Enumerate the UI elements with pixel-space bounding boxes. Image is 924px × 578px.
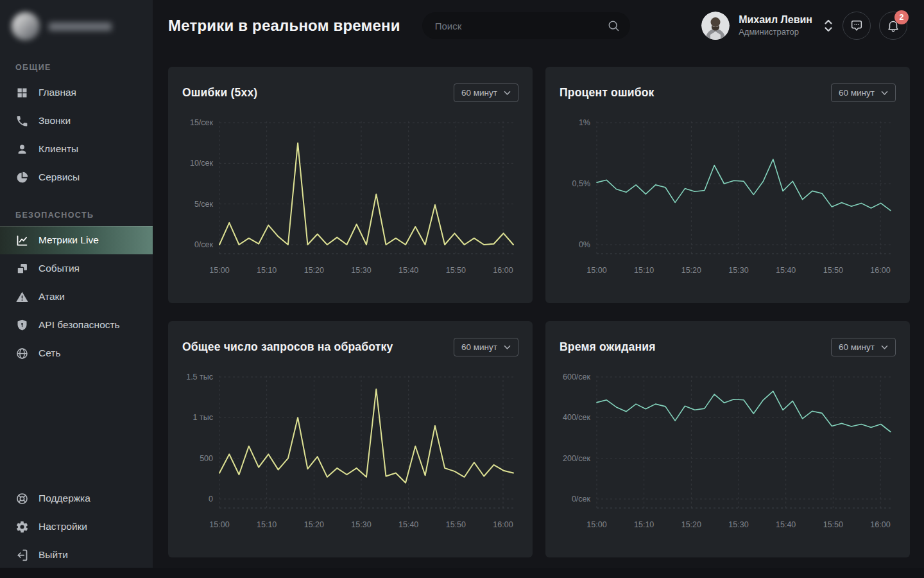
main-area: Метрики в реальном времени Михаил Левин … — [153, 0, 924, 578]
svg-text:200/сек: 200/сек — [563, 454, 591, 463]
sidebar-item-label: Атаки — [38, 291, 65, 302]
sidebar-item-home[interactable]: Главная — [0, 78, 153, 107]
phone-icon — [15, 114, 29, 128]
chevron-down-icon — [504, 91, 511, 96]
svg-text:10/сек: 10/сек — [190, 159, 214, 168]
svg-text:16:00: 16:00 — [870, 266, 890, 275]
svg-text:15:40: 15:40 — [398, 520, 418, 529]
svg-text:0/сек: 0/сек — [194, 240, 214, 249]
svg-text:500: 500 — [200, 454, 213, 463]
user-info: Михаил Левин Администратор — [739, 13, 812, 38]
chevron-up-down-icon — [823, 18, 834, 33]
sidebar-item-logout[interactable]: Выйти — [0, 541, 153, 569]
sidebar-item-services[interactable]: Сервисы — [0, 163, 153, 191]
line-chart-latency: 15:0015:1015:2015:3015:4015:5016:00600/с… — [560, 371, 896, 535]
time-range-label: 60 минут — [839, 88, 875, 98]
svg-text:1.5 тыс: 1.5 тыс — [186, 372, 213, 381]
sidebar-item-support[interactable]: Поддержка — [0, 484, 153, 512]
svg-text:15:50: 15:50 — [823, 266, 843, 275]
time-range-select[interactable]: 60 минут — [454, 338, 518, 356]
sidebar-item-settings[interactable]: Настройки — [0, 512, 153, 541]
sidebar-item-api-security[interactable]: API безопасность — [0, 311, 153, 339]
svg-text:15:20: 15:20 — [681, 266, 701, 275]
search-icon[interactable] — [607, 19, 620, 32]
bottom-strip — [0, 568, 924, 578]
svg-text:600/сек: 600/сек — [563, 372, 591, 381]
svg-text:0/сек: 0/сек — [572, 495, 591, 504]
svg-text:16:00: 16:00 — [493, 266, 513, 275]
sidebar-item-label: Метрики Live — [38, 234, 99, 246]
globe-icon — [15, 347, 29, 360]
user-role: Администратор — [739, 27, 812, 38]
warning-icon — [15, 290, 29, 304]
sidebar-item-label: Настройки — [38, 521, 87, 532]
time-range-select[interactable]: 60 минут — [454, 83, 518, 102]
sidebar-item-label: Звонки — [38, 115, 71, 127]
svg-text:15:20: 15:20 — [304, 520, 324, 529]
sidebar-item-label: Выйти — [38, 549, 68, 561]
svg-text:15:00: 15:00 — [586, 520, 606, 529]
card-header: Общее число запросов на обработку 60 мин… — [182, 338, 518, 356]
time-range-label: 60 минут — [461, 88, 497, 98]
time-range-label: 60 минут — [461, 342, 497, 352]
search-bar — [422, 12, 630, 39]
sidebar-item-label: Поддержка — [38, 493, 90, 504]
card-error-rate: Процент ошибок 60 минут 15:0015:1015:201… — [545, 67, 910, 303]
card-latency: Время ожидания 60 минут 15:0015:1015:201… — [545, 321, 910, 557]
line-chart-total-requests: 15:0015:1015:2015:3015:4015:5016:001.5 т… — [182, 371, 518, 535]
dashboard-icon — [15, 86, 29, 100]
svg-text:0,5%: 0,5% — [572, 179, 591, 188]
profile-menu[interactable]: Михаил Левин Администратор — [701, 12, 812, 40]
svg-text:5/сек: 5/сек — [194, 200, 214, 209]
sidebar-item-network[interactable]: Сеть — [0, 339, 153, 367]
shield-icon — [15, 319, 29, 332]
sidebar-item-label: API безопасность — [38, 319, 120, 331]
user-icon — [15, 143, 29, 156]
app-window: ОБЩИЕ Главная Звонки Клиенты Сервисы — [0, 0, 924, 578]
time-range-select[interactable]: 60 минут — [831, 83, 896, 102]
svg-text:15:10: 15:10 — [634, 266, 654, 275]
svg-text:15:30: 15:30 — [351, 266, 371, 275]
svg-text:0: 0 — [209, 495, 213, 504]
chart-title: Ошибки (5xx) — [182, 86, 257, 100]
header: Метрики в реальном времени Михаил Левин … — [153, 0, 924, 51]
svg-text:15:40: 15:40 — [776, 520, 796, 529]
svg-text:15:30: 15:30 — [728, 520, 748, 529]
svg-text:1%: 1% — [579, 118, 590, 127]
sidebar-item-calls[interactable]: Звонки — [0, 107, 153, 135]
chat-icon — [850, 19, 864, 33]
svg-text:15:20: 15:20 — [304, 266, 324, 275]
svg-text:1 тыс: 1 тыс — [193, 413, 213, 422]
sidebar-item-metrics-live[interactable]: Метрики Live — [0, 226, 153, 254]
svg-text:15:40: 15:40 — [776, 266, 796, 275]
svg-text:15/сек: 15/сек — [190, 118, 214, 127]
sidebar-section-general: ОБЩИЕ — [0, 63, 153, 72]
svg-text:16:00: 16:00 — [493, 520, 513, 529]
svg-text:15:30: 15:30 — [351, 520, 371, 529]
pie-chart-icon — [15, 171, 29, 184]
app-logo — [0, 0, 153, 44]
svg-text:15:50: 15:50 — [823, 520, 843, 529]
svg-text:15:10: 15:10 — [634, 520, 654, 529]
user-name: Михаил Левин — [739, 13, 812, 27]
svg-text:15:30: 15:30 — [728, 266, 748, 275]
logout-icon — [15, 548, 29, 562]
lifebuoy-icon — [15, 492, 29, 505]
time-range-select[interactable]: 60 минут — [831, 338, 896, 356]
page-title: Метрики в реальном времени — [168, 17, 400, 35]
card-header: Процент ошибок 60 минут — [560, 83, 896, 102]
card-total-requests: Общее число запросов на обработку 60 мин… — [168, 321, 533, 557]
notification-badge: 2 — [894, 10, 909, 24]
svg-text:15:00: 15:00 — [586, 266, 606, 275]
sidebar-item-events[interactable]: События — [0, 254, 153, 283]
line-chart-error-rate: 15:0015:1015:2015:3015:4015:5016:001%0,5… — [560, 116, 896, 281]
profile-expander[interactable] — [823, 18, 834, 33]
svg-text:15:10: 15:10 — [257, 266, 277, 275]
sidebar-item-label: Клиенты — [38, 143, 78, 155]
dashboard-grid: Ошибки (5xx) 60 минут 15:0015:1015:2015:… — [153, 51, 924, 578]
sidebar-item-clients[interactable]: Клиенты — [0, 135, 153, 163]
sidebar-item-attacks[interactable]: Атаки — [0, 283, 153, 311]
notifications-button[interactable]: 2 — [879, 12, 907, 40]
search-input[interactable] — [435, 21, 601, 31]
messages-button[interactable] — [843, 12, 871, 40]
